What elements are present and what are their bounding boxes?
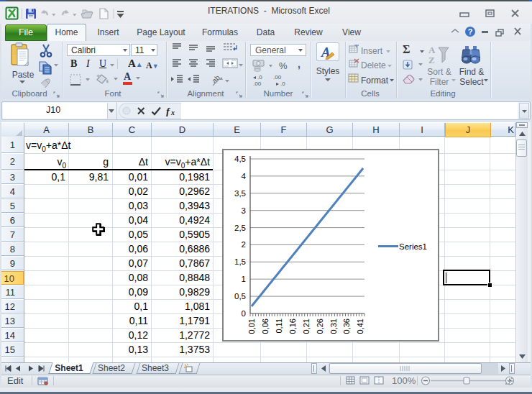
svg-text:A: A <box>428 45 436 55</box>
svg-text:,: , <box>298 59 301 70</box>
svg-text:0,26: 0,26 <box>316 319 324 334</box>
svg-text:0,5: 0,5 <box>234 292 246 301</box>
svg-text:%: % <box>279 60 288 71</box>
svg-text:3: 3 <box>242 206 246 215</box>
svg-text:Series1: Series1 <box>399 242 427 251</box>
svg-text:?: ? <box>468 27 473 36</box>
svg-text:0: 0 <box>242 309 246 318</box>
svg-text:0,16: 0,16 <box>288 319 297 334</box>
svg-text:4: 4 <box>242 172 247 180</box>
svg-text:.00: .00 <box>253 81 262 87</box>
svg-text:0,31: 0,31 <box>329 319 338 334</box>
svg-text:0,41: 0,41 <box>356 319 364 334</box>
svg-text:2: 2 <box>242 240 246 249</box>
svg-text:0,21: 0,21 <box>302 319 311 334</box>
svg-text:.00: .00 <box>273 74 282 81</box>
svg-text:1: 1 <box>242 275 246 283</box>
svg-text:.0: .0 <box>257 74 262 81</box>
svg-text:Z: Z <box>428 55 435 65</box>
svg-text:0,11: 0,11 <box>275 319 283 334</box>
svg-text:0,01: 0,01 <box>247 319 256 334</box>
svg-text:.0: .0 <box>280 81 285 87</box>
svg-text:f: f <box>166 106 170 117</box>
svg-text:3,5: 3,5 <box>234 189 246 198</box>
svg-text:x: x <box>170 109 175 116</box>
svg-text:0,06: 0,06 <box>261 319 270 334</box>
svg-text:1,5: 1,5 <box>234 257 246 266</box>
svg-text:0,36: 0,36 <box>342 319 351 334</box>
svg-text:4,5: 4,5 <box>234 155 246 163</box>
svg-text:2,5: 2,5 <box>234 224 246 232</box>
